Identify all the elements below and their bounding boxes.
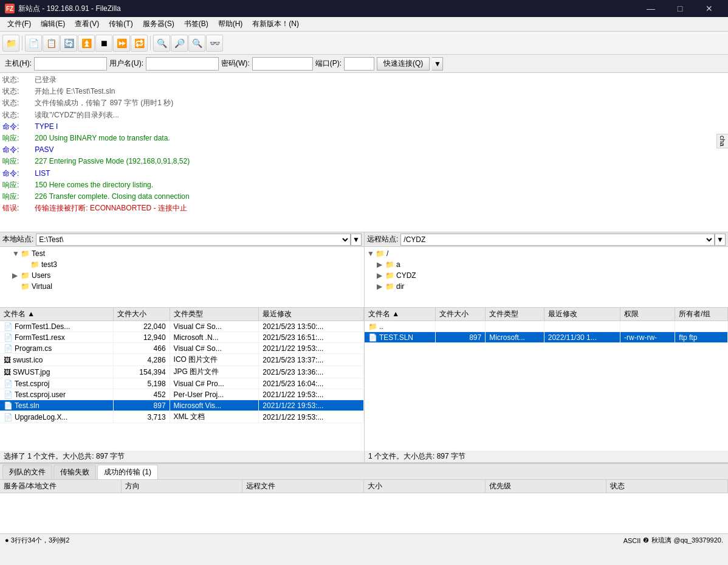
local-file-row[interactable]: 📄FormTest1.Des...22,040Visual C# So...20…: [0, 321, 364, 332]
port-input[interactable]: [344, 57, 374, 71]
local-status-text: 选择了 1 个文件。大小总共: 897 字节: [4, 451, 125, 462]
log-line: 错误: 传输连接被打断: ECONNABORTED - 连接中止: [2, 203, 726, 214]
local-file-row[interactable]: 📄Test.sln897Microsoft Vis...2021/1/22 19…: [0, 400, 364, 411]
toolbar-btn-7[interactable]: ⏩: [113, 35, 130, 52]
queue-column-header: 大小: [364, 480, 486, 493]
quickconnect-button[interactable]: 快速连接(Q): [377, 57, 430, 71]
toolbar-btn-6[interactable]: ⏹: [95, 35, 112, 52]
remote-col-type[interactable]: 文件类型: [486, 308, 544, 321]
local-file-row[interactable]: 📄Test.csproj5,198Visual C# Pro...2021/5/…: [0, 378, 364, 389]
pass-input[interactable]: [252, 57, 313, 71]
remote-file-table-wrapper[interactable]: 文件名 ▲ 文件大小 文件类型 最近修改 权限 所有者/组 📁..📄TEST.S…: [365, 308, 728, 451]
bottom-status-bar: ● 3行行34个，3列例2 ASCII ❷ 秋琉漓 @qq_39379920.: [0, 533, 728, 547]
remote-path-dropdown[interactable]: ▼: [715, 234, 726, 246]
window-title: 新站点 - 192.168.0.91 - FileZilla: [18, 4, 121, 14]
host-input[interactable]: [34, 57, 107, 71]
remote-path-select[interactable]: /CYDZ: [400, 234, 715, 246]
port-label: 端口(P):: [315, 58, 342, 69]
remote-tree[interactable]: ▼📁/▶📁a▶📁CYDZ▶📁dir: [365, 247, 728, 308]
local-file-table-wrapper[interactable]: 文件名 ▲ 文件大小 文件类型 最近修改 📄FormTest1.Des...22…: [0, 308, 364, 451]
menu-server[interactable]: 服务器(S): [138, 18, 179, 31]
bottom-left-status: ● 3行行34个，3列例2: [5, 536, 69, 545]
remote-col-perms[interactable]: 权限: [620, 308, 675, 321]
queue-column-header: 方向: [122, 480, 243, 493]
local-path-dropdown[interactable]: ▼: [351, 234, 362, 246]
toolbar-btn-8[interactable]: 🔁: [131, 35, 148, 52]
title-bar: FZ 新站点 - 192.168.0.91 - FileZilla — □ ✕: [0, 0, 728, 17]
local-file-row[interactable]: 📄Test.csproj.user452Per-User Proj...2021…: [0, 389, 364, 400]
local-file-row[interactable]: 🖼swust.ico4,286ICO 图片文件2021/5/23 13:37:.…: [0, 354, 364, 366]
toolbar-btn-2[interactable]: 📄: [25, 35, 42, 52]
local-col-name[interactable]: 文件名 ▲: [0, 308, 113, 321]
local-file-row[interactable]: 📄Program.cs466Visual C# So...2021/1/22 1…: [0, 343, 364, 354]
menu-bookmarks[interactable]: 书签(B): [179, 18, 213, 31]
queue-area: 列队的文件传输失败成功的传输 (1) 服务器/本地文件方向远程文件大小优先级状态: [0, 463, 728, 533]
queue-column-header: 服务器/本地文件: [0, 480, 122, 493]
remote-file-row[interactable]: 📄TEST.SLN897Microsoft...2022/11/30 1...-…: [365, 332, 728, 343]
local-col-type[interactable]: 文件类型: [170, 308, 259, 321]
menu-newversion[interactable]: 有新版本！(N): [247, 18, 304, 31]
menu-help[interactable]: 帮助(H): [213, 18, 248, 31]
toolbar-btn-1[interactable]: 📁: [2, 35, 19, 52]
local-tree-item[interactable]: 📁test3: [0, 259, 364, 270]
remote-col-name[interactable]: 文件名 ▲: [365, 308, 436, 321]
queue-tab[interactable]: 列队的文件: [2, 465, 52, 479]
ascii-label: ASCII: [623, 537, 641, 544]
toolbar-btn-4[interactable]: 🔄: [60, 35, 77, 52]
remote-file-row[interactable]: 📁..: [365, 321, 728, 332]
menu-transfer[interactable]: 传输(T): [104, 18, 137, 31]
local-file-row[interactable]: 🖼SWUST.jpg154,394JPG 图片文件2021/5/23 13:36…: [0, 366, 364, 378]
menu-bar: 文件(F) 编辑(E) 查看(V) 传输(T) 服务器(S) 书签(B) 帮助(…: [0, 17, 728, 32]
local-tree-item[interactable]: ▶📁Users: [0, 270, 364, 281]
local-status: 选择了 1 个文件。大小总共: 897 字节: [0, 451, 364, 463]
quickconnect-dropdown[interactable]: ▼: [432, 57, 443, 71]
queue-tab[interactable]: 传输失败: [53, 465, 96, 479]
local-col-modified[interactable]: 最近修改: [259, 308, 364, 321]
local-panel: 本地站点: E:\Test\ ▼ ▼📁Test 📁test3▶📁Users 📁V…: [0, 232, 365, 463]
user-input[interactable]: [146, 57, 219, 71]
queue-content: [0, 493, 728, 533]
remote-tree-item[interactable]: ▼📁/: [365, 248, 728, 259]
file-area: 本地站点: E:\Test\ ▼ ▼📁Test 📁test3▶📁Users 📁V…: [0, 232, 728, 463]
log-line: 状态: 开始上传 E:\Test\Test.sln: [2, 86, 726, 97]
minimize-button[interactable]: —: [637, 0, 665, 17]
local-path-select[interactable]: E:\Test\: [36, 234, 351, 246]
remote-col-size[interactable]: 文件大小: [436, 308, 486, 321]
toolbar-btn-5[interactable]: ⏫: [78, 35, 95, 52]
remote-tree-item[interactable]: ▶📁CYDZ: [365, 270, 728, 281]
queue-column-header: 远程文件: [242, 480, 364, 493]
local-tree-item[interactable]: 📁Virtual: [0, 281, 364, 292]
user-label: 用户名(U):: [109, 58, 143, 69]
menu-view[interactable]: 查看(V): [70, 18, 104, 31]
remote-tree-item[interactable]: ▶📁dir: [365, 281, 728, 292]
remote-status: 1 个文件。大小总共: 897 字节: [365, 451, 728, 463]
toolbar-btn-3[interactable]: 📋: [43, 35, 60, 52]
local-tree[interactable]: ▼📁Test 📁test3▶📁Users 📁Virtual: [0, 247, 364, 308]
local-file-table: 文件名 ▲ 文件大小 文件类型 最近修改 📄FormTest1.Des...22…: [0, 308, 364, 423]
menu-edit[interactable]: 编辑(E): [36, 18, 70, 31]
queue-tab[interactable]: 成功的传输 (1): [97, 465, 158, 479]
remote-tree-item[interactable]: ▶📁a: [365, 259, 728, 270]
local-tree-item[interactable]: ▼📁Test: [0, 248, 364, 259]
log-line: 状态: 文件传输成功，传输了 897 字节 (用时1 秒): [2, 97, 726, 109]
local-panel-header: 本地站点: E:\Test\ ▼: [0, 232, 364, 247]
remote-file-table: 文件名 ▲ 文件大小 文件类型 最近修改 权限 所有者/组 📁..📄TEST.S…: [365, 308, 728, 343]
user-label: 秋琉漓 @qq_39379920.: [651, 536, 723, 545]
toolbar-btn-10[interactable]: 🔎: [171, 35, 188, 52]
remote-col-owner[interactable]: 所有者/组: [675, 308, 728, 321]
close-button[interactable]: ✕: [695, 0, 723, 17]
remote-status-text: 1 个文件。大小总共: 897 字节: [368, 451, 465, 462]
log-line: 响应: 226 Transfer complete. Closing data …: [2, 191, 726, 203]
remote-col-modified[interactable]: 最近修改: [544, 308, 620, 321]
maximize-button[interactable]: □: [666, 0, 694, 17]
toolbar-btn-12[interactable]: 👓: [206, 35, 223, 52]
local-file-row[interactable]: 📄FormTest1.resx12,940Microsoft .N...2021…: [0, 332, 364, 343]
log-line: 命令: TYPE I: [2, 121, 726, 133]
toolbar-btn-9[interactable]: 🔍: [153, 35, 170, 52]
menu-file[interactable]: 文件(F): [2, 18, 36, 31]
local-file-row[interactable]: 📄UpgradeLog.X...3,713XML 文档2021/1/22 19:…: [0, 411, 364, 423]
remote-site-label: 远程站点:: [367, 234, 398, 244]
local-col-size[interactable]: 文件大小: [113, 308, 170, 321]
toolbar-btn-11[interactable]: 🔍: [188, 35, 205, 52]
log-line: 响应: 150 Here comes the directory listing…: [2, 179, 726, 191]
